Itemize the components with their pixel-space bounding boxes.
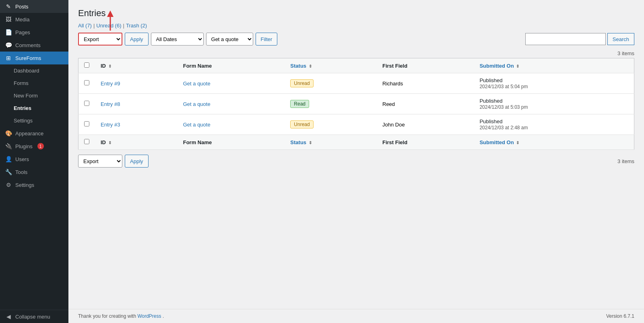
row-form-cell: Get a quote xyxy=(178,94,285,114)
filter-unread[interactable]: Unread (6) xyxy=(96,23,121,29)
sidebar-item-forms[interactable]: Forms xyxy=(0,77,68,89)
col-submitted-on[interactable]: Submitted On ⇕ xyxy=(474,58,634,73)
footer-col-id[interactable]: ID ⇕ xyxy=(95,135,178,150)
status-sort-icon: ⇕ xyxy=(309,64,312,68)
col-status[interactable]: Status ⇕ xyxy=(285,58,377,73)
entry-link[interactable]: Entry #8 xyxy=(101,101,120,107)
footer-col-status[interactable]: Status ⇕ xyxy=(285,135,377,150)
plugins-icon: 🔌 xyxy=(5,143,12,149)
media-icon: 🖼 xyxy=(5,16,12,23)
status-badge: Unread xyxy=(290,120,313,128)
submitted-sort-icon: ⇕ xyxy=(516,64,519,68)
items-count-bottom: 3 items xyxy=(617,158,634,164)
action-wrapper: Export Delete xyxy=(78,33,122,46)
entry-link[interactable]: Entry #3 xyxy=(101,122,120,128)
footer-wp-link[interactable]: WordPress xyxy=(137,313,161,319)
filter-links: All (7) | Unread (6) | Trash (2) xyxy=(78,23,634,29)
published-status: Published xyxy=(479,118,502,124)
filter-trash[interactable]: Trash (2) xyxy=(126,23,147,29)
filter-button[interactable]: Filter xyxy=(256,33,278,46)
row-first-field-cell: Richards xyxy=(377,73,474,94)
search-button[interactable]: Search xyxy=(607,33,634,45)
top-toolbar: Export Delete Apply All Dates December 2… xyxy=(78,33,634,46)
row-status-cell: Unread xyxy=(285,114,377,135)
row-form-cell: Get a quote xyxy=(178,73,285,94)
plugins-badge: 1 xyxy=(37,143,44,149)
col-id[interactable]: ID ⇕ xyxy=(95,58,178,73)
dates-select[interactable]: All Dates December 2024 November 2024 xyxy=(151,33,204,46)
sidebar-item-collapse[interactable]: ◀ Collapse menu xyxy=(0,310,68,323)
form-select[interactable]: Get a quote Contact Form xyxy=(206,33,253,46)
table-row: Entry #3 Get a quote Unread John Doe Pub… xyxy=(78,114,634,135)
pages-icon: 📄 xyxy=(5,29,12,35)
table-header-row: ID ⇕ Form Name Status ⇕ First Field Subm… xyxy=(78,58,634,73)
row-id-cell: Entry #8 xyxy=(95,94,178,114)
row-checkbox[interactable] xyxy=(84,121,89,126)
row-status-cell: Unread xyxy=(285,73,377,94)
sidebar-item-posts[interactable]: ✎ Posts xyxy=(0,0,68,13)
sidebar-item-pages[interactable]: 📄 Pages xyxy=(0,26,68,39)
select-all-checkbox[interactable] xyxy=(84,62,89,68)
sidebar-item-settings-main[interactable]: ⚙ Settings xyxy=(0,178,68,191)
row-submitted-cell: Published 2024/12/03 at 2:48 am xyxy=(474,114,634,135)
select-all-checkbox-footer[interactable] xyxy=(84,139,89,144)
sidebar: ✎ Posts 🖼 Media 📄 Pages 💬 Comments ⊞ Sur… xyxy=(0,0,68,323)
sidebar-item-plugins[interactable]: 🔌 Plugins 1 xyxy=(0,140,68,153)
row-id-cell: Entry #9 xyxy=(95,73,178,94)
filter-all[interactable]: All (7) xyxy=(78,23,92,29)
status-badge: Unread xyxy=(290,79,313,87)
table-row: Entry #8 Get a quote Read Reed Published… xyxy=(78,94,634,114)
sidebar-item-appearance[interactable]: 🎨 Appearance xyxy=(0,127,68,140)
form-name-link[interactable]: Get a quote xyxy=(183,81,211,87)
row-first-field-cell: Reed xyxy=(377,94,474,114)
settings-icon: ⚙ xyxy=(5,182,12,188)
submitted-date: 2024/12/03 at 2:48 am xyxy=(479,125,528,130)
items-count-top: 3 items xyxy=(617,50,634,56)
appearance-icon: 🎨 xyxy=(5,130,12,137)
form-name-link[interactable]: Get a quote xyxy=(183,101,211,107)
sidebar-item-users[interactable]: 👤 Users xyxy=(0,153,68,166)
status-badge: Read xyxy=(290,100,309,108)
sidebar-item-entries[interactable]: Entries xyxy=(0,102,68,114)
search-input[interactable] xyxy=(525,33,606,45)
action-select-top[interactable]: Export Delete xyxy=(78,33,122,46)
row-checkbox[interactable] xyxy=(84,80,89,85)
row-status-cell: Read xyxy=(285,94,377,114)
footer-col-first-field: First Field xyxy=(377,135,474,150)
row-checkbox-cell xyxy=(78,73,95,94)
collapse-icon: ◀ xyxy=(5,313,12,320)
sidebar-item-settings-sub[interactable]: Settings xyxy=(0,114,68,127)
sidebar-item-sureforms[interactable]: ⊞ SureForms xyxy=(0,52,68,64)
published-status: Published xyxy=(479,98,502,104)
select-all-footer xyxy=(78,135,95,150)
search-box: Search xyxy=(525,33,634,45)
entries-table: ID ⇕ Form Name Status ⇕ First Field Subm… xyxy=(78,58,634,150)
first-field-value: John Doe xyxy=(382,122,405,128)
sidebar-item-tools[interactable]: 🔧 Tools xyxy=(0,166,68,178)
sureforms-icon: ⊞ xyxy=(5,55,12,61)
tools-icon: 🔧 xyxy=(5,169,12,175)
row-submitted-cell: Published 2024/12/03 at 5:03 pm xyxy=(474,94,634,114)
footer-col-submitted-on[interactable]: Submitted On ⇕ xyxy=(474,135,634,150)
submitted-date: 2024/12/03 at 5:04 pm xyxy=(479,84,528,89)
sidebar-item-media[interactable]: 🖼 Media xyxy=(0,13,68,26)
col-form-name: Form Name xyxy=(178,58,285,73)
row-checkbox[interactable] xyxy=(84,101,89,106)
row-checkbox-cell xyxy=(78,114,95,135)
apply-button-top[interactable]: Apply xyxy=(125,33,149,46)
submitted-date: 2024/12/03 at 5:03 pm xyxy=(479,104,528,110)
apply-button-bottom[interactable]: Apply xyxy=(125,155,149,168)
row-form-cell: Get a quote xyxy=(178,114,285,135)
footer: Thank you for creating with WordPress . … xyxy=(68,309,644,323)
form-name-link[interactable]: Get a quote xyxy=(183,122,211,128)
row-id-cell: Entry #3 xyxy=(95,114,178,135)
action-select-bottom[interactable]: Export Delete xyxy=(78,155,122,168)
table-row: Entry #9 Get a quote Unread Richards Pub… xyxy=(78,73,634,94)
footer-col-form-name: Form Name xyxy=(178,135,285,150)
sidebar-item-dashboard[interactable]: Dashboard xyxy=(0,64,68,77)
sidebar-item-comments[interactable]: 💬 Comments xyxy=(0,39,68,52)
top-toolbar-right: Search xyxy=(525,33,634,45)
row-checkbox-cell xyxy=(78,94,95,114)
sidebar-item-new-form[interactable]: New Form xyxy=(0,89,68,102)
entry-link[interactable]: Entry #9 xyxy=(101,81,120,87)
